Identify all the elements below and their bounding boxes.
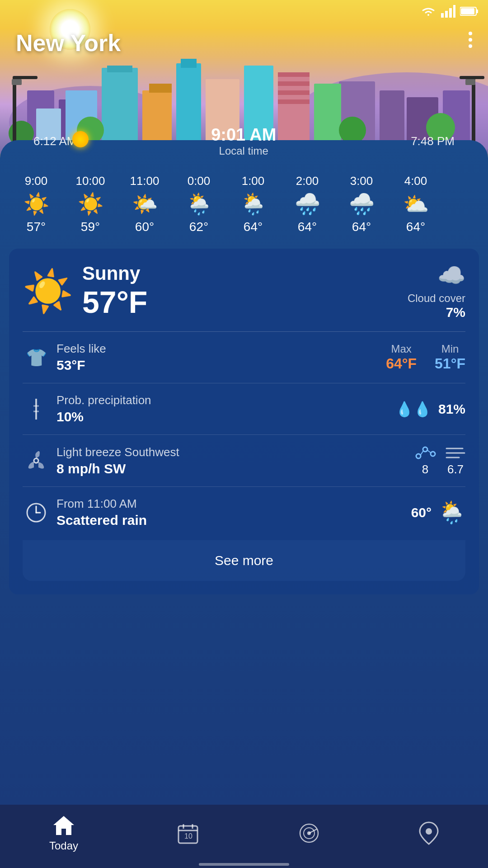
sunrise-time: 6:12 AM — [33, 134, 76, 148]
precipitation-row: Prob. precipitation 10% 💧💧 81% — [23, 383, 465, 435]
svg-rect-53 — [465, 79, 475, 85]
forecast-temperature: 60° — [411, 505, 432, 520]
home-indicator — [199, 863, 289, 866]
humidity-value: 81% — [438, 401, 465, 417]
svg-rect-38 — [278, 99, 310, 104]
status-bar — [0, 0, 488, 23]
hour-label: 2:00 — [296, 174, 319, 188]
see-more-button[interactable]: See more — [23, 540, 465, 581]
more-dot-1 — [469, 32, 472, 35]
svg-rect-31 — [181, 59, 197, 68]
svg-rect-27 — [107, 66, 132, 72]
svg-rect-29 — [149, 84, 172, 93]
hour-item-7[interactable]: 4:00 ⛅ 64° — [389, 174, 443, 234]
hour-label: 11:00 — [130, 174, 159, 188]
svg-rect-37 — [278, 90, 310, 95]
current-weather-icon: ☀️ — [23, 268, 73, 315]
svg-point-85 — [426, 828, 432, 835]
feels-like-row: 👕 Feels like 53°F Max 64°F Min 51°F — [23, 332, 465, 383]
svg-rect-50 — [12, 79, 22, 85]
humidity-section: 💧💧 81% — [395, 401, 465, 418]
more-dot-3 — [469, 44, 472, 48]
hour-temp: 60° — [135, 220, 154, 234]
cloud-icon: ☁️ — [408, 262, 465, 288]
weather-card: 6:12 AM 9:01 AM Local time 7:48 PM 9:00 … — [0, 140, 488, 805]
hour-item-5[interactable]: 2:00 🌧️ 64° — [280, 174, 334, 234]
wind-value-2: 6.7 — [447, 462, 464, 476]
hour-temp: 64° — [406, 220, 425, 234]
forecast-row: From 11:00 AM Scattered rain 60° 🌦️ — [23, 487, 465, 538]
svg-rect-55 — [445, 11, 448, 18]
cloud-cover-value: 7% — [408, 305, 465, 320]
hour-label: 0:00 — [188, 174, 211, 188]
svg-rect-49 — [13, 76, 38, 79]
svg-rect-36 — [278, 81, 310, 86]
sunset-time: 7:48 PM — [411, 134, 455, 148]
max-label: Max — [386, 343, 417, 355]
forecast-temp-section: 60° 🌦️ — [411, 500, 465, 525]
nav-location[interactable] — [419, 821, 439, 845]
max-temp: 64°F — [386, 355, 417, 372]
hour-item-0[interactable]: 9:00 ☀️ 57° — [9, 174, 63, 234]
svg-rect-57 — [453, 5, 455, 18]
svg-point-65 — [416, 454, 421, 458]
cloud-cover-section: ☁️ Cloud cover 7% — [408, 262, 465, 320]
wind-row: Light breeze Southwest 8 mp/h SW 8 — [23, 435, 465, 487]
wind-graph-section: 8 6.7 — [414, 445, 465, 476]
hour-item-6[interactable]: 3:00 🌧️ 64° — [334, 174, 389, 234]
min-label: Min — [435, 343, 465, 355]
current-temperature: 57°F — [82, 284, 147, 320]
nav-radar[interactable] — [298, 822, 320, 844]
nav-today[interactable]: Today — [49, 814, 78, 852]
current-condition-section: ☀️ Sunny 57°F — [23, 263, 147, 320]
precip-label: Prob. precipitation — [56, 393, 395, 407]
wind-info: Light breeze Southwest 8 mp/h SW — [56, 445, 414, 476]
forecast-weather-icon: 🌦️ — [438, 500, 465, 525]
precip-info: Prob. precipitation 10% — [56, 393, 395, 425]
cloud-cover-label: Cloud cover — [408, 292, 465, 305]
hour-weather-icon: 🌧️ — [295, 192, 320, 216]
hour-item-2[interactable]: 11:00 🌤️ 60° — [117, 174, 172, 234]
hour-item-4[interactable]: 1:00 🌦️ 64° — [226, 174, 280, 234]
wifi-icon — [420, 5, 436, 18]
hour-temp: 62° — [189, 220, 208, 234]
local-time-label: Local time — [219, 145, 268, 157]
bottom-navigation: Today 10 — [0, 805, 488, 868]
max-min-section: Max 64°F Min 51°F — [386, 343, 465, 372]
hour-item-1[interactable]: 10:00 ☀️ 59° — [63, 174, 117, 234]
svg-rect-59 — [476, 9, 478, 13]
condition-label: Sunny — [82, 263, 147, 284]
location-icon — [419, 821, 439, 845]
forecast-info: From 11:00 AM Scattered rain — [56, 497, 411, 528]
svg-rect-52 — [460, 76, 484, 79]
hour-label: 10:00 — [75, 174, 105, 188]
precip-value: 10% — [56, 409, 395, 425]
signal-icon — [441, 5, 455, 18]
hour-weather-icon: ☀️ — [78, 192, 103, 216]
svg-rect-35 — [278, 72, 310, 77]
feels-like-value: 53°F — [56, 358, 386, 373]
svg-line-69 — [427, 450, 431, 453]
hour-weather-icon: ⛅ — [403, 192, 429, 216]
hour-temp: 59° — [81, 220, 100, 234]
hour-label: 3:00 — [350, 174, 373, 188]
nav-calendar[interactable]: 10 — [177, 822, 199, 844]
svg-point-64 — [34, 458, 38, 463]
city-name: New York — [16, 29, 121, 57]
svg-marker-76 — [53, 816, 74, 835]
wind-value-1: 8 — [422, 462, 428, 476]
min-temp: 51°F — [435, 355, 465, 372]
hour-weather-icon: 🌦️ — [240, 192, 266, 216]
feels-like-info: Feels like 53°F — [56, 342, 386, 373]
rain-gauge-icon — [23, 398, 50, 420]
more-menu-button[interactable] — [469, 32, 472, 48]
sun-position-indicator — [72, 131, 89, 147]
svg-text:10: 10 — [184, 832, 192, 840]
fan-icon — [23, 449, 50, 472]
shirt-icon: 👕 — [23, 348, 50, 368]
hour-weather-icon: ☀️ — [23, 192, 49, 216]
hour-item-3[interactable]: 0:00 🌦️ 62° — [172, 174, 226, 234]
clock-icon — [23, 502, 50, 524]
forecast-time-label: From 11:00 AM — [56, 497, 411, 511]
svg-rect-56 — [449, 8, 452, 18]
